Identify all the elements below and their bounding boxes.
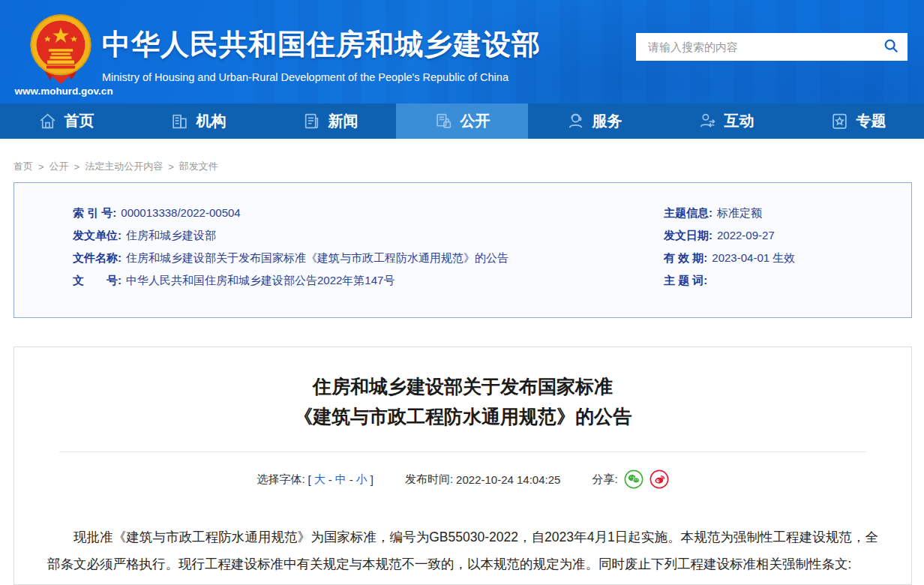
dash: - (350, 473, 353, 486)
interaction-icon (698, 112, 717, 130)
nav-item-org[interactable]: 机构 (132, 104, 264, 139)
info-value: 标准定额 (717, 202, 762, 224)
info-row-document-title: 文件名称: 住房和城乡建设部关于发布国家标准《建筑与市政工程防水通用规范》的公告 (73, 247, 664, 269)
info-value: 2023-04-01 生效 (712, 247, 795, 269)
info-label: 主 题 词: (664, 269, 707, 292)
title-divider (59, 452, 866, 452)
service-agent-icon (566, 112, 585, 130)
info-value: 000013338/2022-00504 (121, 202, 240, 224)
font-size-small-link[interactable]: 小 (356, 472, 368, 487)
nav-item-home[interactable]: 首页 (0, 104, 132, 139)
breadcrumb-separator: > (168, 161, 174, 172)
breadcrumb-home[interactable]: 首页 (14, 160, 33, 173)
site-subtitle-en: Ministry of Housing and Urban-Rural Deve… (102, 71, 541, 83)
info-row-issue-date: 发文日期: 2022-09-27 (664, 224, 911, 247)
info-value: 中华人民共和国住房和城乡建设部公告2022年第147号 (126, 269, 394, 292)
star-badge-icon (830, 112, 849, 130)
search-button[interactable] (874, 33, 908, 61)
article-title: 住房和城乡建设部关于发布国家标准 《建筑与市政工程防水通用规范》的公告 (14, 371, 911, 431)
site-header: www.mohurd.gov.cn 中华人民共和国住房和城乡建设部 Minist… (0, 0, 924, 104)
info-value: 2022-09-27 (717, 224, 775, 247)
disclosure-icon (434, 112, 453, 130)
home-icon (38, 112, 57, 130)
site-title: 中华人民共和国住房和城乡建设部 (102, 26, 541, 64)
info-label: 有 效 期: (664, 247, 707, 269)
document-info-panel: 索 引 号: 000013338/2022-00504 发文单位: 住房和城乡建… (14, 182, 912, 318)
nav-item-topics[interactable]: 专题 (792, 104, 924, 139)
search-input[interactable] (636, 33, 874, 61)
info-label: 索 引 号: (73, 202, 116, 224)
info-row-index-number: 索 引 号: 000013338/2022-00504 (73, 202, 664, 224)
nav-item-news[interactable]: 新闻 (264, 104, 396, 139)
article-panel: 住房和城乡建设部关于发布国家标准 《建筑与市政工程防水通用规范》的公告 选择字体… (14, 346, 912, 585)
nav-label: 服务 (592, 111, 622, 131)
article-meta-row: 选择字体: [ 大 - 中 - 小 ] 发布时间: 2022-10-24 14:… (14, 470, 911, 489)
nav-label: 机构 (196, 111, 226, 131)
info-row-topic-info: 主题信息: 标准定额 (664, 202, 911, 224)
info-row-keywords: 主 题 词: (664, 269, 911, 292)
info-label: 主题信息: (664, 202, 712, 224)
info-value: 住房和城乡建设部关于发布国家标准《建筑与市政工程防水通用规范》的公告 (126, 247, 508, 269)
font-size-medium-link[interactable]: 中 (335, 472, 346, 487)
article-title-line2: 《建筑与市政工程防水通用规范》的公告 (14, 401, 911, 431)
info-label: 发文日期: (664, 224, 712, 247)
bracket: ] (370, 473, 374, 486)
info-value: 住房和城乡建设部 (126, 224, 216, 247)
breadcrumb-separator: > (38, 161, 44, 172)
weibo-share-icon[interactable] (650, 470, 669, 489)
info-label: 文件名称: (73, 247, 122, 269)
dash: - (328, 473, 332, 486)
national-emblem-logo (27, 14, 94, 87)
article-body-paragraph: 现批准《建筑与市政工程防水通用规范》为国家标准，编号为GB55030-2022，… (47, 524, 878, 578)
share-label: 分享: (592, 472, 617, 487)
breadcrumb-disclosure[interactable]: 公开 (50, 160, 69, 173)
info-row-issuing-unit: 发文单位: 住房和城乡建设部 (73, 224, 664, 247)
site-url: www.mohurd.gov.cn (8, 86, 120, 97)
breadcrumb-separator: > (74, 161, 80, 172)
main-navigation: 首页 机构 新闻 公开 (0, 104, 924, 139)
info-label: 发文单位: (73, 224, 122, 247)
breadcrumb-statutory-content[interactable]: 法定主动公开内容 (85, 160, 163, 173)
publish-time-label: 发布时间: (405, 472, 453, 487)
breadcrumb-current-page: 部发文件 (179, 160, 218, 173)
nav-label: 新闻 (328, 111, 358, 131)
search-box (636, 33, 908, 61)
news-icon (302, 112, 321, 130)
building-icon (170, 112, 189, 130)
wechat-share-icon[interactable] (624, 470, 644, 489)
nav-label: 首页 (64, 111, 94, 131)
bracket: [ (308, 473, 311, 486)
info-row-effective-date: 有 效 期: 2023-04-01 生效 (664, 247, 911, 269)
article-title-line1: 住房和城乡建设部关于发布国家标准 (14, 371, 911, 401)
font-select-label: 选择字体: (256, 472, 304, 487)
nav-item-disclosure[interactable]: 公开 (396, 104, 528, 139)
breadcrumb: 首页 > 公开 > 法定主动公开内容 > 部发文件 (0, 139, 924, 182)
publish-time-value: 2022-10-24 14:04:25 (456, 473, 560, 486)
nav-item-interaction[interactable]: 互动 (660, 104, 792, 139)
search-icon (883, 38, 899, 56)
info-label: 文 号: (73, 269, 122, 292)
nav-label: 公开 (460, 111, 490, 131)
font-size-large-link[interactable]: 大 (314, 472, 326, 487)
info-row-document-number: 文 号: 中华人民共和国住房和城乡建设部公告2022年第147号 (73, 269, 664, 292)
nav-label: 互动 (724, 111, 754, 131)
nav-item-services[interactable]: 服务 (528, 104, 660, 139)
nav-label: 专题 (856, 111, 886, 131)
